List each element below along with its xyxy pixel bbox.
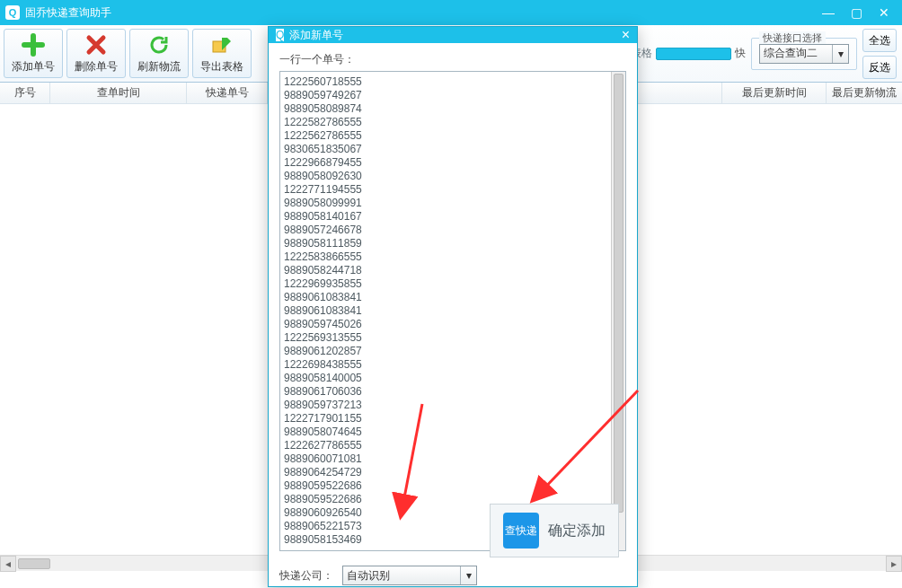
dialog-body: 一行一个单号： 1222560718555 9889059749267 9889… <box>269 43 637 588</box>
confirm-logo-icon: 查快递 <box>503 513 539 549</box>
x-icon <box>84 33 108 57</box>
refresh-icon <box>147 33 171 57</box>
chevron-down-icon: ▾ <box>460 566 476 584</box>
company-combobox[interactable]: 自动识别 ▾ <box>342 566 477 585</box>
export-label: 导出表格 <box>200 59 243 75</box>
refresh-label: 刷新物流 <box>137 59 181 75</box>
interface-select-group: 快递接口选择 综合查询二 ▾ <box>751 38 857 70</box>
add-number-dialog: Q 添加新单号 × 一行一个单号： 1222560718555 98890597… <box>268 26 638 587</box>
speed-bar[interactable] <box>656 48 731 60</box>
delete-number-button[interactable]: 删除单号 <box>66 29 126 78</box>
titlebar: Q 固乔快递查询助手 — ▢ ✕ <box>0 0 902 25</box>
select-all-label: 全选 <box>869 34 890 47</box>
interface-combobox[interactable]: 综合查询二 ▾ <box>759 44 849 64</box>
confirm-add-label: 确定添加 <box>548 522 606 540</box>
confirm-logo-text: 查快递 <box>505 525 537 536</box>
select-all-button[interactable]: 全选 <box>862 29 897 52</box>
close-window-button[interactable]: ✕ <box>879 5 889 20</box>
invert-selection-button[interactable]: 反选 <box>862 56 897 79</box>
col-last-update[interactable]: 最后更新时间 <box>722 83 827 103</box>
col-last-logi[interactable]: 最后更新物流 <box>827 83 902 103</box>
dialog-close-button[interactable]: × <box>622 27 630 43</box>
chevron-down-icon: ▾ <box>832 45 848 63</box>
scroll-left-arrow[interactable]: ◂ <box>0 556 16 572</box>
minimize-button[interactable]: — <box>822 5 835 20</box>
add-number-button[interactable]: 添加单号 <box>4 29 63 78</box>
window-controls: — ▢ ✕ <box>822 5 897 20</box>
dialog-icon: Q <box>276 29 284 41</box>
scroll-thumb[interactable] <box>18 558 50 569</box>
app-icon: Q <box>5 5 20 20</box>
dialog-title: 添加新单号 <box>289 28 343 43</box>
export-button[interactable]: 导出表格 <box>192 29 252 78</box>
company-label: 快递公司： <box>279 568 333 584</box>
app-title: 固乔快递查询助手 <box>25 5 111 21</box>
invert-selection-label: 反选 <box>869 61 890 74</box>
scroll-right-arrow[interactable]: ▸ <box>886 556 902 572</box>
company-row: 快递公司： 自动识别 ▾ <box>279 566 626 585</box>
interface-value: 综合查询二 <box>764 46 818 61</box>
numbers-textarea[interactable]: 1222560718555 9889059749267 988905808987… <box>279 71 626 551</box>
col-num[interactable]: 快递单号 <box>187 83 268 103</box>
speed-fast-label: 快 <box>735 46 746 61</box>
textarea-scrollbar[interactable] <box>611 72 625 550</box>
refresh-button[interactable]: 刷新物流 <box>129 29 189 78</box>
col-time[interactable]: 查单时间 <box>50 83 187 103</box>
company-value: 自动识别 <box>347 568 390 584</box>
plus-icon <box>22 33 45 57</box>
interface-legend: 快递接口选择 <box>759 31 826 45</box>
confirm-add-button[interactable]: 查快递 确定添加 <box>490 504 619 557</box>
delete-number-label: 删除单号 <box>75 59 118 75</box>
dialog-titlebar: Q 添加新单号 × <box>269 27 637 43</box>
maximize-button[interactable]: ▢ <box>851 5 862 20</box>
textarea-scroll-thumb[interactable] <box>614 74 623 513</box>
export-icon <box>210 33 234 57</box>
line-hint: 一行一个单号： <box>279 52 626 67</box>
add-number-label: 添加单号 <box>12 59 55 75</box>
col-seq[interactable]: 序号 <box>0 83 50 103</box>
